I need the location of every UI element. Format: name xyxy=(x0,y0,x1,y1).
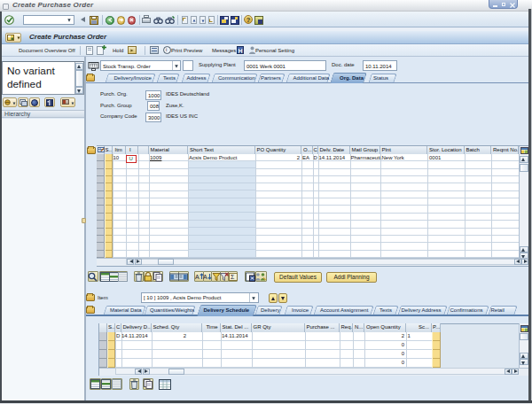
svg-text:A: A xyxy=(203,274,207,280)
svg-text:Σ: Σ xyxy=(231,274,235,280)
svg-text:A: A xyxy=(195,274,200,280)
